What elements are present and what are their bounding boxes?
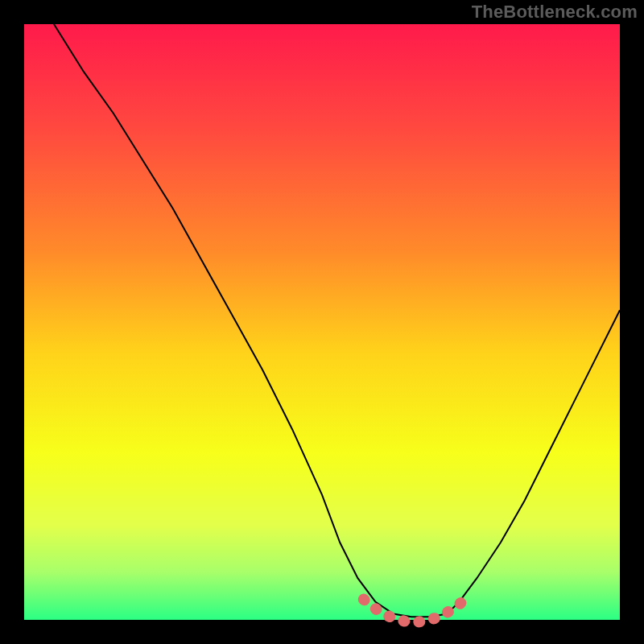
chart-canvas — [0, 0, 644, 644]
watermark-text: TheBottleneck.com — [472, 2, 638, 23]
chart-frame: TheBottleneck.com — [0, 0, 644, 644]
